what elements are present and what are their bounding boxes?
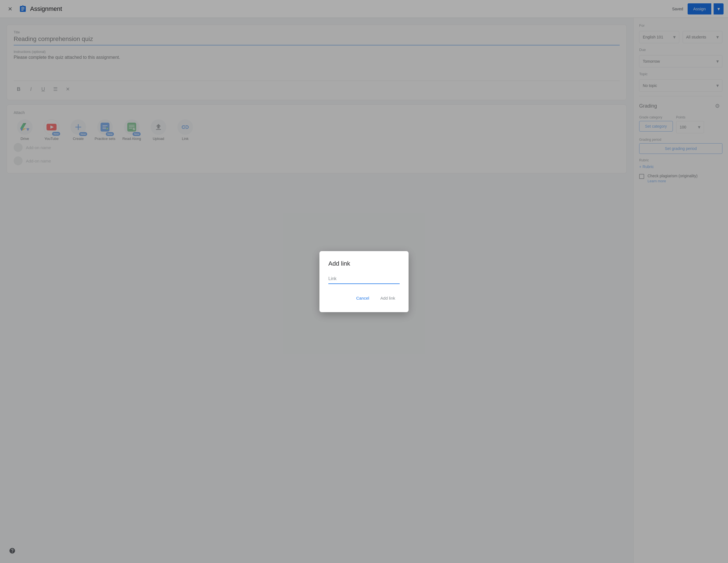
add-link-modal: Add link Cancel Add link [319, 251, 409, 312]
add-link-button[interactable]: Add link [376, 293, 400, 303]
modal-title: Add link [328, 260, 400, 267]
link-input[interactable] [328, 274, 400, 284]
modal-overlay: Add link Cancel Add link [0, 0, 728, 563]
cancel-button[interactable]: Cancel [352, 293, 374, 303]
modal-actions: Cancel Add link [328, 293, 400, 303]
